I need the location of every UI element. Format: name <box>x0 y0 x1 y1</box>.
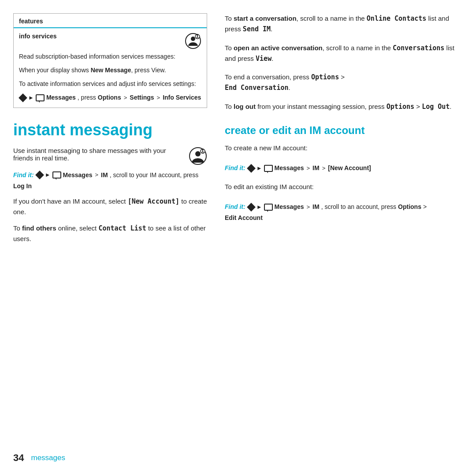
footer: 34 messages <box>13 452 65 464</box>
rp2e: View <box>256 55 271 63</box>
features-para3: To activate information services and adj… <box>19 79 201 89</box>
rp1f: . <box>271 25 272 33</box>
diamond-icon-3 <box>247 164 256 173</box>
svg-point-1 <box>191 37 195 41</box>
right-para4: To log out from your instant messaging s… <box>225 101 463 112</box>
rp4bold: log out <box>234 103 256 110</box>
im-para2: If you don't have an IM account, select … <box>13 196 207 217</box>
nav-info: Info Services <box>163 93 201 102</box>
rp2f: . <box>271 55 273 62</box>
right-find1-label: Find it: <box>225 164 245 173</box>
nav-settings: Settings <box>130 93 154 102</box>
features-box: features info services A Re <box>13 13 207 108</box>
page-number: 34 <box>13 452 24 464</box>
r-find2-editaccount: Edit Account <box>225 213 263 223</box>
messages-icon-3 <box>264 165 273 172</box>
im-find-label: Find it: <box>13 171 34 180</box>
diamond-nav-3: ► <box>247 164 262 173</box>
im-para3: To find others online, select Contact Li… <box>13 223 207 244</box>
rp1c: Online Contacts <box>367 15 426 22</box>
gt1: > <box>124 93 127 102</box>
rp3a: To end a conversation, press <box>225 73 311 81</box>
messages-icon-4 <box>264 204 273 211</box>
info-services-label: info services <box>19 33 57 40</box>
nav-messages: Messages <box>46 93 76 102</box>
im-nav-im: IM <box>101 171 108 180</box>
rp1e: Send IM <box>243 25 271 33</box>
nav-options: Options <box>98 93 121 102</box>
right-para6: To edit an existing IM account: <box>225 182 463 192</box>
rp1bold: start a conversation <box>234 15 297 22</box>
im-title: instant messaging <box>13 121 207 139</box>
r-find2-suffix: , scroll to an account, press <box>321 202 396 212</box>
rp4f: . <box>450 103 451 110</box>
r-find1-newaccount: [New Account] <box>328 164 371 173</box>
diamond-icon-4 <box>247 203 256 212</box>
create-edit-heading: create or edit an IM account <box>225 124 463 137</box>
im-new-account: [New Account] <box>128 197 179 205</box>
im-find-suffix: , scroll to your IM account, press <box>110 171 199 180</box>
r-gt3: > <box>306 203 310 212</box>
comma: , press <box>78 93 96 102</box>
svg-point-4 <box>197 34 198 36</box>
rp2bold: open an active conversation <box>234 44 323 52</box>
rp3c: > <box>339 73 345 81</box>
diamond-nav-2: ► <box>36 171 51 179</box>
right-find2-label: Find it: <box>225 202 245 212</box>
diamond-icon <box>19 93 27 102</box>
nav-arrow-3: ► <box>257 164 262 173</box>
rp3e: . <box>289 84 290 91</box>
r-gt2: > <box>322 164 326 173</box>
rp2c: Conversations <box>393 44 444 52</box>
rp4c: Options <box>387 103 414 111</box>
left-column: features info services A Re <box>13 13 207 463</box>
features-header-text: features <box>19 18 43 25</box>
messages-icon <box>36 94 45 101</box>
person-icon: A <box>185 33 201 49</box>
info-services-title: info services A <box>19 33 201 49</box>
im-login-bold: Log In <box>13 182 32 191</box>
right-column: To start a conversation, scroll to a nam… <box>225 13 463 463</box>
r-find1-messages: Messages <box>275 164 304 173</box>
rp4d: > <box>414 103 422 110</box>
r-find2-im: IM <box>312 202 320 212</box>
rp4e: Log Out <box>422 103 450 111</box>
right-para5: To create a new IM account: <box>225 143 463 153</box>
right-para3: To end a conversation, press Options > E… <box>225 72 463 93</box>
right-find-it-2: Find it: ► Messages > IM , scroll to an … <box>225 202 463 223</box>
right-find-it-1: Find it: ► Messages > IM > [New Account] <box>225 164 463 173</box>
nav-arrow: ► <box>28 93 34 102</box>
page: features info services A Re <box>0 0 476 476</box>
rp3d: End Conversation <box>225 84 289 92</box>
nav-arrow-2: ► <box>45 171 51 179</box>
rp2b: , scroll to a name in the <box>323 44 393 52</box>
features-header: features <box>14 14 207 28</box>
im-find-others-bold: find others <box>22 224 56 232</box>
features-content: info services A Read subscription-based … <box>14 28 207 108</box>
features-para2: When your display shows New Message, pre… <box>19 66 201 75</box>
right-para2: To open an active conversation, scroll t… <box>225 43 463 64</box>
r-find2-options: Options <box>398 202 421 212</box>
person-icon-2: A <box>189 147 207 165</box>
rp2a: To <box>225 44 234 52</box>
footer-section-label: messages <box>31 454 65 462</box>
diamond-nav: ► <box>19 93 34 102</box>
svg-point-10 <box>202 149 204 150</box>
gt2: > <box>157 93 160 102</box>
new-message-bold: New Message <box>91 67 131 74</box>
r-gt1: > <box>306 164 310 173</box>
im-para3a: To <box>13 224 22 232</box>
r-find2-arrow: > <box>423 202 427 212</box>
im-section: instant messaging Use instant messaging … <box>13 121 207 463</box>
diamond-nav-4: ► <box>247 203 262 212</box>
features-para1: Read subscription-based information serv… <box>19 52 201 61</box>
r-find1-im: IM <box>312 164 320 173</box>
nav-arrow-4: ► <box>257 203 262 212</box>
svg-point-7 <box>195 151 201 156</box>
im-para1-text: Use instant messaging to share messages … <box>13 147 185 162</box>
im-nav-messages: Messages <box>63 171 93 180</box>
rp1a: To <box>225 15 234 22</box>
im-para3b: online, select <box>56 224 99 232</box>
rp4a: To <box>225 103 234 110</box>
im-para2a: If you don't have an IM account, select <box>13 197 128 205</box>
